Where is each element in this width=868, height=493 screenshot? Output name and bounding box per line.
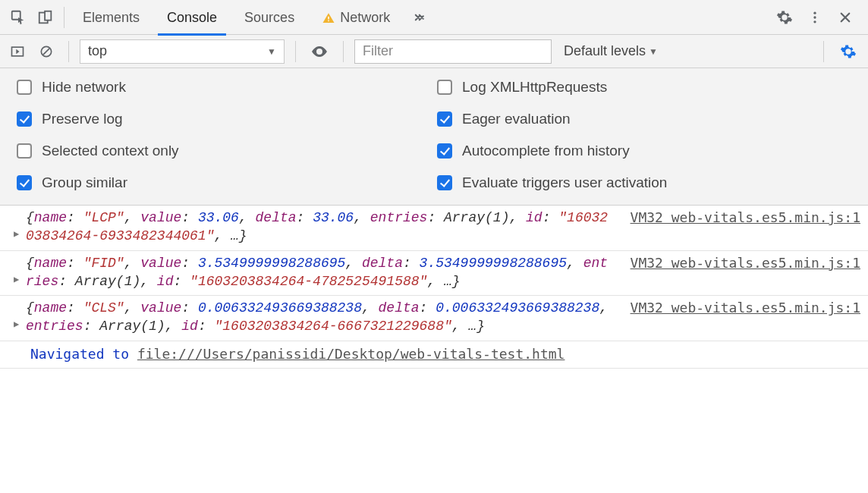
context-value: top — [88, 43, 107, 59]
expand-arrow-icon[interactable]: ▶ — [14, 319, 19, 331]
chk-label: Evaluate triggers user activation — [462, 174, 667, 191]
log-source-link[interactable]: VM32 web-vitals.es5.min.js:1 — [631, 299, 860, 317]
chk-label: Autocomplete from history — [462, 143, 630, 159]
tab-network-label: Network — [340, 10, 390, 25]
divider — [823, 41, 824, 62]
chk-label: Preserve log — [42, 111, 123, 127]
live-expression-eye-icon[interactable] — [307, 38, 332, 65]
kebab-menu-icon[interactable] — [801, 4, 829, 31]
tab-console[interactable]: Console — [153, 0, 231, 35]
chk-label: Eager evaluation — [462, 111, 571, 127]
log-source-link[interactable]: VM32 web-vitals.es5.min.js:1 — [631, 209, 860, 227]
chk-preserve-log[interactable]: Preserve log — [14, 109, 434, 129]
chk-autocomplete[interactable]: Autocomplete from history — [434, 141, 854, 161]
toggle-sidebar-icon[interactable] — [6, 38, 29, 65]
divider — [295, 41, 296, 62]
expand-arrow-icon[interactable]: ▶ — [14, 274, 19, 286]
svg-point-7 — [813, 16, 816, 18]
svg-point-5 — [783, 15, 786, 18]
console-settings-gear-icon[interactable] — [835, 38, 862, 65]
devtools-main-toolbar: Elements Console Sources Network — [0, 0, 868, 35]
warning-icon — [322, 11, 335, 25]
device-toolbar-icon[interactable] — [32, 4, 59, 31]
chk-log-xhr[interactable]: Log XMLHttpRequests — [434, 77, 854, 97]
svg-rect-4 — [328, 20, 329, 21]
log-source-link[interactable]: VM32 web-vitals.es5.min.js:1 — [631, 254, 860, 272]
tab-network[interactable]: Network — [308, 0, 404, 35]
inspect-element-icon[interactable] — [5, 4, 32, 31]
chk-eager-eval[interactable]: Eager evaluation — [434, 109, 854, 129]
chk-label: Hide network — [42, 79, 126, 96]
close-icon[interactable] — [832, 4, 859, 31]
execution-context-select[interactable]: top ▼ — [80, 39, 285, 64]
console-subtoolbar: top ▼ Default levels ▼ — [0, 35, 868, 68]
chk-label: Log XMLHttpRequests — [462, 79, 607, 96]
chk-selected-ctx[interactable]: Selected context only — [14, 141, 434, 161]
tab-elements[interactable]: Elements — [69, 0, 153, 35]
chevron-down-icon: ▼ — [267, 46, 276, 57]
settings-gear-icon[interactable] — [771, 4, 798, 31]
chk-user-activation[interactable]: Evaluate triggers user activation — [434, 173, 854, 193]
chk-label: Group similar — [42, 174, 127, 191]
toolbar-right — [771, 4, 863, 31]
navigated-url[interactable]: file:///Users/panissidi/Desktop/web-vita… — [137, 346, 565, 362]
log-row: VM32 web-vitals.es5.min.js:1 ▶ {name: "F… — [0, 251, 868, 297]
chk-label: Selected context only — [42, 143, 179, 159]
svg-rect-2 — [45, 11, 51, 20]
log-row: VM32 web-vitals.es5.min.js:1 ▶ {name: "C… — [0, 296, 868, 341]
log-levels-select[interactable]: Default levels ▼ — [558, 43, 664, 59]
clear-console-icon[interactable] — [35, 38, 58, 65]
svg-point-6 — [813, 11, 816, 14]
more-tabs-icon[interactable] — [404, 4, 434, 31]
log-row: VM32 web-vitals.es5.min.js:1 ▶ {name: "L… — [0, 206, 868, 251]
console-output: VM32 web-vitals.es5.min.js:1 ▶ {name: "L… — [0, 206, 868, 369]
divider — [64, 7, 64, 28]
navigated-prefix: Navigated to — [30, 346, 137, 362]
chk-group-similar[interactable]: Group similar — [14, 173, 434, 193]
levels-label: Default levels — [564, 43, 646, 59]
svg-point-12 — [847, 49, 850, 52]
panel-tabs: Elements Console Sources Network — [69, 0, 771, 35]
navigation-row: Navigated to file:///Users/panissidi/Des… — [0, 341, 868, 369]
chevron-down-icon: ▼ — [649, 46, 658, 57]
svg-point-11 — [318, 50, 321, 53]
console-settings-panel: Hide network Log XMLHttpRequests Preserv… — [0, 68, 868, 206]
divider — [343, 41, 344, 62]
expand-arrow-icon[interactable]: ▶ — [14, 228, 19, 240]
chk-hide-network[interactable]: Hide network — [14, 77, 434, 97]
svg-rect-3 — [328, 17, 329, 20]
tab-sources[interactable]: Sources — [231, 0, 308, 35]
filter-input[interactable] — [354, 39, 552, 64]
divider — [68, 41, 69, 62]
svg-point-8 — [813, 20, 816, 23]
